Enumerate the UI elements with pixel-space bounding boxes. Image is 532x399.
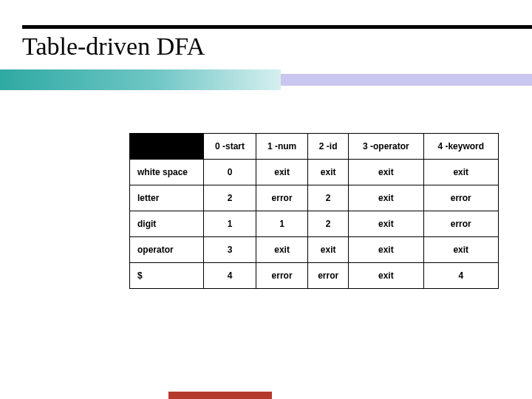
cell: exit [349,263,423,289]
row-label: letter [130,185,204,211]
row-label: $ [130,263,204,289]
table-header-row: 0 -start 1 -num 2 -id 3 -operator 4 -key… [130,134,499,160]
cell: 1 [256,211,308,237]
cell: 4 [423,263,498,289]
cell: exit [308,160,349,185]
cell: error [308,263,349,289]
row-label: operator [130,237,204,263]
cell: error [423,185,498,211]
cell: error [423,211,498,237]
row-label: digit [130,211,204,237]
table-row: $ 4 error error exit 4 [130,263,499,289]
col-header: 4 -keyword [423,134,498,160]
table-corner-cell [130,134,204,160]
cell: 3 [204,237,256,263]
cell: 2 [308,185,349,211]
cell: 0 [204,160,256,185]
top-rule [22,25,532,29]
cell: exit [423,160,498,185]
footer-accent-bar [168,392,272,399]
dfa-table: 0 -start 1 -num 2 -id 3 -operator 4 -key… [129,133,499,289]
table-row: operator 3 exit exit exit exit [130,237,499,263]
dfa-table-container: 0 -start 1 -num 2 -id 3 -operator 4 -key… [129,133,499,289]
cell: 2 [308,211,349,237]
row-label: white space [130,160,204,185]
col-header: 2 -id [308,134,349,160]
col-header: 3 -operator [349,134,423,160]
page-title: Table-driven DFA [22,33,205,61]
table-row: white space 0 exit exit exit exit [130,160,499,185]
cell: exit [423,237,498,263]
table-row: letter 2 error 2 exit error [130,185,499,211]
title-underline-accent [0,69,281,90]
cell: 4 [204,263,256,289]
cell: error [256,185,308,211]
cell: 2 [204,185,256,211]
cell: 1 [204,211,256,237]
cell: exit [256,237,308,263]
cell: exit [349,237,423,263]
cell: exit [349,185,423,211]
title-underline-track [281,74,532,86]
col-header: 0 -start [204,134,256,160]
cell: error [256,263,308,289]
table-row: digit 1 1 2 exit error [130,211,499,237]
cell: exit [349,160,423,185]
cell: exit [256,160,308,185]
cell: exit [349,211,423,237]
cell: exit [308,237,349,263]
col-header: 1 -num [256,134,308,160]
